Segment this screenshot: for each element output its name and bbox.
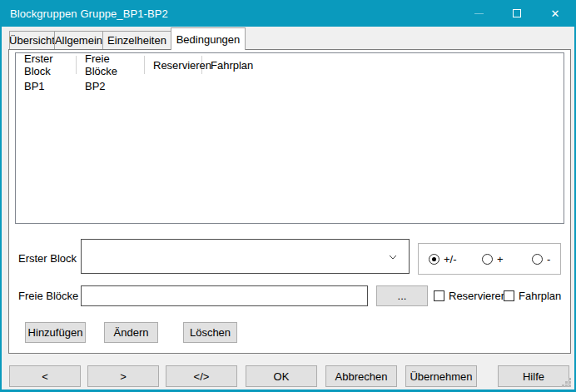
tab-bedingungen[interactable]: Bedingungen bbox=[171, 27, 246, 50]
tab-allgemein[interactable]: Allgemein bbox=[54, 31, 103, 49]
code-view-button[interactable]: </> bbox=[166, 365, 237, 387]
cancel-button[interactable]: Abbrechen bbox=[325, 365, 397, 387]
checkbox-label: Reservieren bbox=[449, 290, 507, 302]
chevron-down-icon bbox=[389, 253, 397, 261]
maximize-button[interactable] bbox=[498, 0, 536, 27]
freie-bloecke-input[interactable] bbox=[81, 285, 368, 306]
erster-block-combobox[interactable] bbox=[81, 239, 410, 274]
minimize-icon bbox=[474, 13, 484, 14]
next-button[interactable]: > bbox=[87, 365, 159, 387]
checkbox-label: Fahrplan bbox=[519, 290, 561, 302]
tab-einzelheiten[interactable]: Einzelheiten bbox=[102, 31, 171, 49]
tab-label: Übersicht bbox=[9, 34, 55, 47]
conditions-list[interactable]: Erster Block Freie Blöcke Reservieren Fa… bbox=[15, 52, 564, 224]
radio-plusminus[interactable]: +/- bbox=[429, 253, 457, 265]
minimize-button[interactable] bbox=[459, 0, 498, 27]
checkbox-reservieren[interactable]: Reservieren bbox=[434, 290, 507, 302]
checkbox-icon bbox=[504, 290, 514, 301]
dialog-window: Blockgruppen Gruppe_BP1-BP2 ✕ Übersicht … bbox=[0, 0, 576, 392]
prev-button[interactable]: < bbox=[9, 365, 81, 387]
help-button[interactable]: Hilfe bbox=[498, 365, 569, 387]
checkbox-icon bbox=[434, 290, 444, 301]
resize-grip[interactable] bbox=[562, 378, 572, 388]
caption-buttons: ✕ bbox=[459, 0, 574, 27]
radio-minus[interactable]: - bbox=[532, 253, 550, 265]
maximize-icon bbox=[513, 9, 521, 17]
list-row[interactable]: BP1 BP2 bbox=[16, 77, 564, 95]
sign-radio-group: +/- + - bbox=[418, 243, 561, 275]
cell-freie-bloecke: BP2 bbox=[77, 80, 145, 92]
radio-icon bbox=[429, 254, 439, 265]
add-button[interactable]: Hinzufügen bbox=[25, 322, 86, 343]
change-button[interactable]: Ändern bbox=[104, 322, 158, 343]
list-header: Erster Block Freie Blöcke Reservieren Fa… bbox=[16, 53, 564, 77]
radio-label: +/- bbox=[444, 253, 457, 265]
radio-plus[interactable]: + bbox=[482, 253, 504, 265]
radio-icon bbox=[482, 254, 493, 265]
column-header-freie-bloecke[interactable]: Freie Blöcke bbox=[77, 56, 145, 74]
close-button[interactable]: ✕ bbox=[536, 0, 574, 27]
titlebar: Blockgruppen Gruppe_BP1-BP2 ✕ bbox=[2, 0, 574, 27]
column-header-erster-block[interactable]: Erster Block bbox=[16, 56, 77, 74]
close-icon: ✕ bbox=[551, 8, 560, 19]
freie-bloecke-label: Freie Blöcke bbox=[18, 290, 78, 302]
column-header-reservieren[interactable]: Reservieren bbox=[145, 56, 202, 74]
apply-button[interactable]: Übernehmen bbox=[405, 365, 477, 387]
tab-label: Allgemein bbox=[55, 34, 102, 47]
tab-label: Einzelheiten bbox=[107, 34, 166, 47]
checkbox-fahrplan[interactable]: Fahrplan bbox=[504, 290, 561, 302]
erster-block-label: Erster Block bbox=[18, 252, 77, 265]
tab-uebersicht[interactable]: Übersicht bbox=[9, 31, 55, 49]
browse-button[interactable]: ... bbox=[376, 285, 428, 306]
tab-label: Bedingungen bbox=[176, 33, 241, 46]
column-header-fahrplan[interactable]: Fahrplan bbox=[202, 56, 564, 74]
ok-button[interactable]: OK bbox=[246, 365, 317, 387]
window-title: Blockgruppen Gruppe_BP1-BP2 bbox=[2, 7, 168, 20]
delete-button[interactable]: Löschen bbox=[183, 322, 237, 343]
cell-erster-block: BP1 bbox=[16, 80, 77, 92]
radio-icon bbox=[532, 254, 543, 265]
radio-label: + bbox=[497, 253, 504, 265]
radio-label: - bbox=[547, 253, 550, 265]
